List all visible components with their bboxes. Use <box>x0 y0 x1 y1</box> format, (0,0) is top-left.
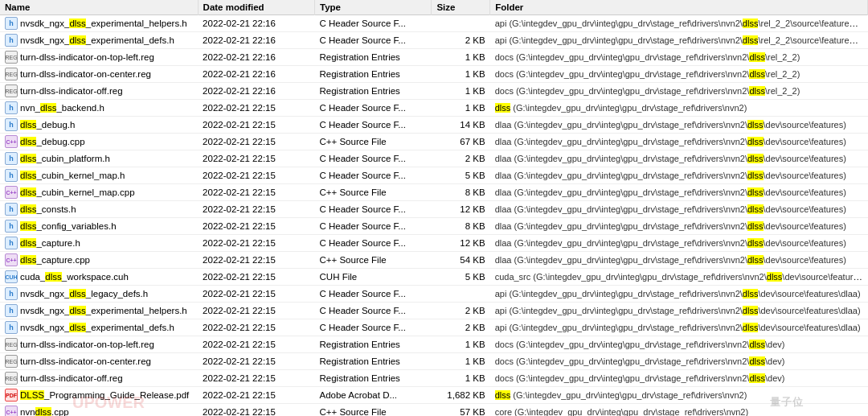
file-folder: api (G:\integdev_gpu_drv\integ\gpu_drv\s… <box>490 319 868 336</box>
file-name-cell[interactable]: hnvsdk_ngx_dlss_experimental_defs.h <box>0 32 198 49</box>
file-type: C Header Source F... <box>315 235 432 252</box>
table-row[interactable]: REGturn-dlss-indicator-on-top-left.reg20… <box>0 49 868 66</box>
file-name-cell[interactable]: REGturn-dlss-indicator-off.reg <box>0 370 198 387</box>
col-header-type[interactable]: Type <box>315 0 432 15</box>
table-row[interactable]: hnvsdk_ngx_dlss_experimental_helpers.h20… <box>0 15 868 32</box>
file-folder: docs (G:\integdev_gpu_drv\integ\gpu_drv\… <box>490 353 868 370</box>
table-row[interactable]: hdlss_capture.h2022-02-21 22:15C Header … <box>0 235 868 252</box>
table-row[interactable]: C++dlss_capture.cpp2022-02-21 22:15C++ S… <box>0 252 868 269</box>
file-name-cell[interactable]: C++dlss_debug.cpp <box>0 134 198 150</box>
table-row[interactable]: hnvsdk_ngx_dlss_experimental_helpers.h20… <box>0 303 868 319</box>
file-name-cell[interactable]: C++dlss_cubin_kernel_map.cpp <box>0 184 198 201</box>
file-name-cell[interactable]: PDFDLSS_Programming_Guide_Release.pdf <box>0 387 198 404</box>
file-name-cell[interactable]: hdlss_config_variables.h <box>0 218 198 235</box>
file-name-cell[interactable]: hdlss_consts.h <box>0 201 198 218</box>
table-row[interactable]: REGturn-dlss-indicator-off.reg2022-02-21… <box>0 370 868 387</box>
col-header-name[interactable]: Name <box>0 0 198 15</box>
file-name-cell[interactable]: hnvsdk_ngx_dlss_legacy_defs.h <box>0 286 198 303</box>
file-name-cell[interactable]: REGturn-dlss-indicator-on-top-left.reg <box>0 49 198 66</box>
file-name-cell[interactable]: C++nvndlss.cpp <box>0 404 198 417</box>
file-date: 2022-02-21 22:15 <box>198 167 314 184</box>
file-size: 1,682 KB <box>432 387 490 404</box>
file-size: 8 KB <box>432 184 490 201</box>
file-type: Registration Entries <box>315 370 432 387</box>
table-row[interactable]: hdlss_config_variables.h2022-02-21 22:15… <box>0 218 868 235</box>
table-row[interactable]: hnvsdk_ngx_dlss_legacy_defs.h2022-02-21 … <box>0 286 868 303</box>
file-size: 67 KB <box>432 134 490 150</box>
file-date: 2022-02-21 22:16 <box>198 66 314 83</box>
file-size: 12 KB <box>432 235 490 252</box>
file-name-cell[interactable]: hdlss_debug.h <box>0 117 198 134</box>
file-date: 2022-02-21 22:15 <box>198 100 314 117</box>
file-folder: cuda_src (G:\integdev_gpu_drv\integ\gpu_… <box>490 269 868 286</box>
table-row[interactable]: REGturn-dlss-indicator-off.reg2022-02-21… <box>0 83 868 100</box>
col-header-folder[interactable]: Folder <box>490 0 868 15</box>
file-folder: core (G:\integdev_gpu_drv\integ\gpu_drv\… <box>490 404 868 417</box>
file-date: 2022-02-21 22:16 <box>198 32 314 49</box>
file-name-cell[interactable]: hnvn_dlss_backend.h <box>0 100 198 117</box>
table-row[interactable]: hdlss_consts.h2022-02-21 22:15C Header S… <box>0 201 868 218</box>
file-type: Registration Entries <box>315 49 432 66</box>
file-name: turn-dlss-indicator-on-top-left.reg <box>20 340 154 349</box>
file-name: dlss_debug.h <box>20 120 75 130</box>
file-name: nvsdk_ngx_dlss_experimental_helpers.h <box>20 19 187 28</box>
file-name: nvsdk_ngx_dlss_legacy_defs.h <box>20 289 148 299</box>
file-type: C Header Source F... <box>315 167 432 184</box>
file-size: 2 KB <box>432 319 490 336</box>
table-row[interactable]: hnvsdk_ngx_dlss_experimental_defs.h2022-… <box>0 319 868 336</box>
file-name-cell[interactable]: hdlss_cubin_platform.h <box>0 150 198 167</box>
file-date: 2022-02-21 22:15 <box>198 286 314 303</box>
file-folder: docs (G:\integdev_gpu_drv\integ\gpu_drv\… <box>490 83 868 100</box>
table-row[interactable]: C++dlss_debug.cpp2022-02-21 22:15C++ Sou… <box>0 134 868 150</box>
file-type: C Header Source F... <box>315 100 432 117</box>
file-name-cell[interactable]: C++dlss_capture.cpp <box>0 252 198 269</box>
file-name: dlss_capture.cpp <box>20 255 90 265</box>
table-row[interactable]: hdlss_cubin_kernel_map.h2022-02-21 22:15… <box>0 167 868 184</box>
file-size: 54 KB <box>432 252 490 269</box>
file-name-cell[interactable]: hnvsdk_ngx_dlss_experimental_defs.h <box>0 319 198 336</box>
table-row[interactable]: hnvsdk_ngx_dlss_experimental_defs.h2022-… <box>0 32 868 49</box>
table-row[interactable]: REGturn-dlss-indicator-on-center.reg2022… <box>0 353 868 370</box>
file-name-cell[interactable]: hdlss_capture.h <box>0 235 198 252</box>
file-name-cell[interactable]: REGturn-dlss-indicator-on-center.reg <box>0 353 198 370</box>
table-row[interactable]: hdlss_debug.h2022-02-21 22:15C Header So… <box>0 117 868 134</box>
table-row[interactable]: C++nvndlss.cpp2022-02-21 22:15C++ Source… <box>0 404 868 417</box>
file-name: nvsdk_ngx_dlss_experimental_helpers.h <box>20 306 187 315</box>
file-date: 2022-02-21 22:16 <box>198 49 314 66</box>
col-header-date[interactable]: Date modified <box>198 0 314 15</box>
col-header-size[interactable]: Size <box>432 0 490 15</box>
file-size: 14 KB <box>432 117 490 134</box>
file-size: 1 KB <box>432 66 490 83</box>
file-type: C Header Source F... <box>315 32 432 49</box>
file-size <box>432 15 490 32</box>
file-folder: dlaa (G:\integdev_gpu_drv\integ\gpu_drv\… <box>490 201 868 218</box>
file-name-cell[interactable]: REGturn-dlss-indicator-on-center.reg <box>0 66 198 83</box>
file-size: 2 KB <box>432 32 490 49</box>
file-date: 2022-02-21 22:15 <box>198 404 314 417</box>
file-size: 1 KB <box>432 49 490 66</box>
table-row[interactable]: REGturn-dlss-indicator-on-center.reg2022… <box>0 66 868 83</box>
table-row[interactable]: REGturn-dlss-indicator-on-top-left.reg20… <box>0 336 868 353</box>
file-name-cell[interactable]: REGturn-dlss-indicator-on-top-left.reg <box>0 336 198 353</box>
file-date: 2022-02-21 22:16 <box>198 15 314 32</box>
table-row[interactable]: hnvn_dlss_backend.h2022-02-21 22:15C Hea… <box>0 100 868 117</box>
file-folder: dlaa (G:\integdev_gpu_drv\integ\gpu_drv\… <box>490 134 868 150</box>
table-row[interactable]: PDFDLSS_Programming_Guide_Release.pdf202… <box>0 387 868 404</box>
file-name: turn-dlss-indicator-on-top-left.reg <box>20 52 154 62</box>
file-name-cell[interactable]: hnvsdk_ngx_dlss_experimental_helpers.h <box>0 303 198 319</box>
file-name: turn-dlss-indicator-off.reg <box>20 373 123 383</box>
table-row[interactable]: CUHcuda_dlss_workspace.cuh2022-02-21 22:… <box>0 269 868 286</box>
table-row[interactable]: hdlss_cubin_platform.h2022-02-21 22:15C … <box>0 150 868 167</box>
file-name-cell[interactable]: CUHcuda_dlss_workspace.cuh <box>0 269 198 286</box>
file-type: Registration Entries <box>315 336 432 353</box>
file-date: 2022-02-21 22:15 <box>198 150 314 167</box>
file-size: 8 KB <box>432 218 490 235</box>
file-name-cell[interactable]: hdlss_cubin_kernel_map.h <box>0 167 198 184</box>
file-date: 2022-02-21 22:15 <box>198 319 314 336</box>
file-name-cell[interactable]: hnvsdk_ngx_dlss_experimental_helpers.h <box>0 15 198 32</box>
file-name-cell[interactable]: REGturn-dlss-indicator-off.reg <box>0 83 198 100</box>
table-row[interactable]: C++dlss_cubin_kernel_map.cpp2022-02-21 2… <box>0 184 868 201</box>
file-size: 1 KB <box>432 100 490 117</box>
file-type: C++ Source File <box>315 404 432 417</box>
file-folder: api (G:\integdev_gpu_drv\integ\gpu_drv\s… <box>490 32 868 49</box>
